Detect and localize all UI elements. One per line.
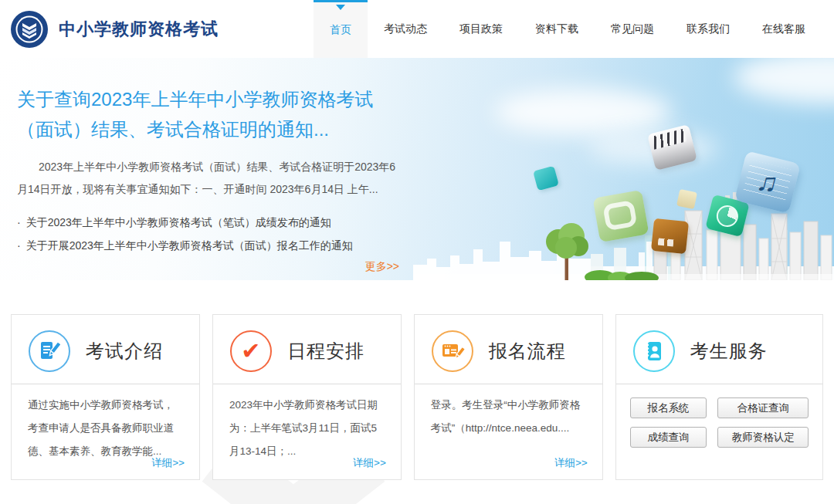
detail-link[interactable]: 详细>> <box>151 456 185 470</box>
nav-item-contact[interactable]: 联系我们 <box>670 0 746 58</box>
hero-banner: ♫ 关于查询2023年上半年中小学教师资格考试（面试）结果、考试合格证明的通知.… <box>0 58 834 280</box>
card-signup-process: 报名流程 登录。考生登录“中小学教师资格考试”（http://ntce.neea… <box>414 314 603 480</box>
hero-notice-summary: 2023年上半年中小学教师资格考试（面试）结果、考试合格证明于2023年6月14… <box>17 156 403 201</box>
site-title: 中小学教师资格考试 <box>59 18 219 41</box>
cloud-decor <box>494 89 672 135</box>
nav-item-faq[interactable]: 常见问题 <box>595 0 670 58</box>
certificate-query-button[interactable]: 合格证查询 <box>717 397 809 418</box>
service-buttons: 报名系统 合格证查询 成绩查询 教师资格认定 <box>616 384 822 448</box>
green-frame-cube-icon <box>592 190 649 242</box>
hero-notice-title[interactable]: 关于查询2023年上半年中小学教师资格考试（面试）结果、考试合格证明的通知... <box>17 84 403 144</box>
detail-link[interactable]: 详细>> <box>554 456 588 470</box>
notice-link[interactable]: ·关于2023年上半年中小学教师资格考试（笔试）成绩发布的通知 <box>17 211 403 234</box>
nav-item-online-service[interactable]: 在线客服 <box>746 0 822 58</box>
score-query-button[interactable]: 成绩查询 <box>630 427 707 448</box>
beige-cube-icon <box>676 189 697 209</box>
card-candidate-services: 考生服务 报名系统 合格证查询 成绩查询 教师资格认定 <box>615 314 823 480</box>
card-title: 考生服务 <box>690 339 768 364</box>
main-nav: 首页 考试动态 项目政策 资料下载 常见问题 联系我们 在线客服 <box>314 0 822 58</box>
site-logo-icon <box>11 11 48 48</box>
notice-list: ·关于2023年上半年中小学教师资格考试（笔试）成绩发布的通知 ·关于开展202… <box>17 211 403 257</box>
nav-item-exam-news[interactable]: 考试动态 <box>368 0 443 58</box>
cloud-decor <box>734 58 834 104</box>
card-title: 报名流程 <box>489 339 566 364</box>
more-link[interactable]: 更多>> <box>365 260 399 272</box>
card-exam-intro: 考试介绍 通过实施中小学教师资格考试，考查申请人是否具备教师职业道德、基本素养、… <box>11 314 200 480</box>
detail-link[interactable]: 详细>> <box>353 456 386 470</box>
signup-system-button[interactable]: 报名系统 <box>630 397 707 418</box>
form-pencil-icon <box>432 330 473 372</box>
brown-stamp-cube-icon <box>651 218 689 254</box>
card-title: 日程安排 <box>287 339 364 364</box>
card-schedule: ✔ 日程安排 2023年中小学教师资格考试日期为：上半年笔试3月11日，面试5月… <box>212 314 402 480</box>
header: 中小学教师资格考试 首页 考试动态 项目政策 资料下载 常见问题 联系我们 在线… <box>0 0 834 58</box>
nav-item-home[interactable]: 首页 <box>314 0 368 58</box>
hero-content: 关于查询2023年上半年中小学教师资格考试（面试）结果、考试合格证明的通知...… <box>17 84 403 274</box>
checkmark-icon: ✔ <box>230 330 272 372</box>
nav-item-policies[interactable]: 项目政策 <box>443 0 519 58</box>
nav-item-downloads[interactable]: 资料下载 <box>519 0 595 58</box>
contact-book-icon <box>633 330 675 372</box>
card-text: 登录。考生登录“中小学教师资格考试”（http://ntce.neea.edu.… <box>415 384 602 440</box>
notice-link[interactable]: ·关于开展2023年上半年中小学教师资格考试（面试）报名工作的通知 <box>17 234 403 257</box>
document-pencil-icon <box>29 330 70 372</box>
teacher-qualification-button[interactable]: 教师资格认定 <box>717 427 809 448</box>
card-text: 通过实施中小学教师资格考试，考查申请人是否具备教师职业道德、基本素养、教育教学能… <box>12 384 199 463</box>
card-text: 2023年中小学教师资格考试日期为：上半年笔试3月11日，面试5月13-14日；… <box>213 384 401 463</box>
cards-section: 考试介绍 通过实施中小学教师资格考试，考查申请人是否具备教师职业道德、基本素养、… <box>0 314 834 480</box>
card-title: 考试介绍 <box>86 339 163 364</box>
